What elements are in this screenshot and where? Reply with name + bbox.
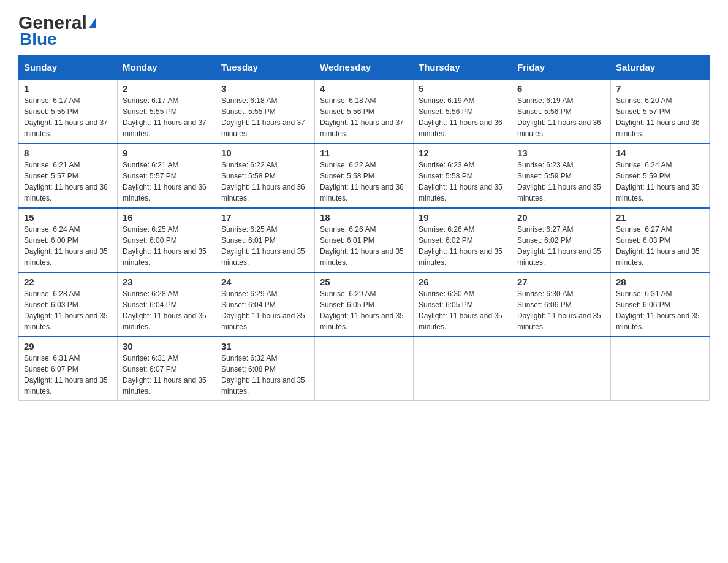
day-info: Sunrise: 6:25 AMSunset: 6:00 PMDaylight:… <box>123 225 207 267</box>
calendar-cell: 2 Sunrise: 6:17 AMSunset: 5:55 PMDayligh… <box>118 79 216 144</box>
calendar-cell <box>414 337 512 401</box>
day-number: 28 <box>616 277 704 287</box>
page-header: General Blue <box>18 12 710 49</box>
day-info: Sunrise: 6:25 AMSunset: 6:01 PMDaylight:… <box>221 225 305 267</box>
day-info: Sunrise: 6:24 AMSunset: 5:59 PMDaylight:… <box>616 161 700 202</box>
day-info: Sunrise: 6:27 AMSunset: 6:03 PMDaylight:… <box>616 225 700 267</box>
column-header-wednesday: Wednesday <box>315 56 414 80</box>
day-number: 18 <box>320 212 408 223</box>
day-number: 9 <box>123 148 211 158</box>
calendar-cell: 13 Sunrise: 6:23 AMSunset: 5:59 PMDaylig… <box>512 144 611 208</box>
day-info: Sunrise: 6:28 AMSunset: 6:03 PMDaylight:… <box>24 289 108 331</box>
calendar-cell: 27 Sunrise: 6:30 AMSunset: 6:06 PMDaylig… <box>512 272 611 337</box>
calendar-cell <box>512 337 611 401</box>
day-number: 5 <box>419 83 507 94</box>
day-number: 23 <box>123 277 211 287</box>
day-info: Sunrise: 6:21 AMSunset: 5:57 PMDaylight:… <box>24 161 108 202</box>
day-info: Sunrise: 6:28 AMSunset: 6:04 PMDaylight:… <box>123 289 207 331</box>
calendar-cell <box>611 337 710 401</box>
calendar-cell: 24 Sunrise: 6:29 AMSunset: 6:04 PMDaylig… <box>216 272 315 337</box>
day-number: 24 <box>221 277 309 287</box>
calendar-cell: 18 Sunrise: 6:26 AMSunset: 6:01 PMDaylig… <box>315 208 414 272</box>
logo: General Blue <box>18 12 96 49</box>
calendar-cell: 31 Sunrise: 6:32 AMSunset: 6:08 PMDaylig… <box>216 337 315 401</box>
calendar-cell: 20 Sunrise: 6:27 AMSunset: 6:02 PMDaylig… <box>512 208 611 272</box>
day-number: 2 <box>123 83 211 94</box>
day-info: Sunrise: 6:19 AMSunset: 5:56 PMDaylight:… <box>517 96 601 138</box>
day-number: 15 <box>24 212 112 223</box>
day-number: 1 <box>24 83 112 94</box>
day-info: Sunrise: 6:26 AMSunset: 6:02 PMDaylight:… <box>419 225 502 267</box>
calendar-cell: 15 Sunrise: 6:24 AMSunset: 6:00 PMDaylig… <box>19 208 118 272</box>
day-info: Sunrise: 6:17 AMSunset: 5:55 PMDaylight:… <box>24 96 108 138</box>
calendar-cell: 19 Sunrise: 6:26 AMSunset: 6:02 PMDaylig… <box>414 208 512 272</box>
day-number: 12 <box>419 148 507 158</box>
day-info: Sunrise: 6:30 AMSunset: 6:05 PMDaylight:… <box>419 289 502 331</box>
day-info: Sunrise: 6:31 AMSunset: 6:07 PMDaylight:… <box>123 354 207 396</box>
day-info: Sunrise: 6:29 AMSunset: 6:05 PMDaylight:… <box>320 289 404 331</box>
day-number: 10 <box>221 148 309 158</box>
day-info: Sunrise: 6:32 AMSunset: 6:08 PMDaylight:… <box>221 354 305 396</box>
day-number: 29 <box>24 341 112 351</box>
calendar-cell: 10 Sunrise: 6:22 AMSunset: 5:58 PMDaylig… <box>216 144 315 208</box>
day-info: Sunrise: 6:30 AMSunset: 6:06 PMDaylight:… <box>517 289 601 331</box>
day-info: Sunrise: 6:27 AMSunset: 6:02 PMDaylight:… <box>517 225 601 267</box>
day-number: 7 <box>616 83 704 94</box>
calendar-week-5: 29 Sunrise: 6:31 AMSunset: 6:07 PMDaylig… <box>19 337 710 401</box>
calendar-cell: 28 Sunrise: 6:31 AMSunset: 6:06 PMDaylig… <box>611 272 710 337</box>
day-info: Sunrise: 6:24 AMSunset: 6:00 PMDaylight:… <box>24 225 108 267</box>
calendar-cell: 21 Sunrise: 6:27 AMSunset: 6:03 PMDaylig… <box>611 208 710 272</box>
calendar-cell: 14 Sunrise: 6:24 AMSunset: 5:59 PMDaylig… <box>611 144 710 208</box>
day-number: 6 <box>517 83 605 94</box>
day-info: Sunrise: 6:22 AMSunset: 5:58 PMDaylight:… <box>320 161 404 202</box>
calendar-cell: 26 Sunrise: 6:30 AMSunset: 6:05 PMDaylig… <box>414 272 512 337</box>
calendar-cell: 22 Sunrise: 6:28 AMSunset: 6:03 PMDaylig… <box>19 272 118 337</box>
calendar-cell: 8 Sunrise: 6:21 AMSunset: 5:57 PMDayligh… <box>19 144 118 208</box>
day-number: 25 <box>320 277 408 287</box>
day-info: Sunrise: 6:18 AMSunset: 5:56 PMDaylight:… <box>320 96 404 138</box>
calendar-table: SundayMondayTuesdayWednesdayThursdayFrid… <box>18 55 710 401</box>
day-info: Sunrise: 6:29 AMSunset: 6:04 PMDaylight:… <box>221 289 305 331</box>
calendar-week-1: 1 Sunrise: 6:17 AMSunset: 5:55 PMDayligh… <box>19 79 710 144</box>
day-number: 4 <box>320 83 408 94</box>
calendar-cell: 17 Sunrise: 6:25 AMSunset: 6:01 PMDaylig… <box>216 208 315 272</box>
calendar-cell: 23 Sunrise: 6:28 AMSunset: 6:04 PMDaylig… <box>118 272 216 337</box>
calendar-cell: 16 Sunrise: 6:25 AMSunset: 6:00 PMDaylig… <box>118 208 216 272</box>
calendar-cell <box>315 337 414 401</box>
day-number: 16 <box>123 212 211 223</box>
calendar-header: SundayMondayTuesdayWednesdayThursdayFrid… <box>19 56 710 80</box>
calendar-cell: 7 Sunrise: 6:20 AMSunset: 5:57 PMDayligh… <box>611 79 710 144</box>
calendar-cell: 11 Sunrise: 6:22 AMSunset: 5:58 PMDaylig… <box>315 144 414 208</box>
calendar-cell: 12 Sunrise: 6:23 AMSunset: 5:58 PMDaylig… <box>414 144 512 208</box>
day-info: Sunrise: 6:23 AMSunset: 5:58 PMDaylight:… <box>419 161 502 202</box>
calendar-week-4: 22 Sunrise: 6:28 AMSunset: 6:03 PMDaylig… <box>19 272 710 337</box>
column-header-sunday: Sunday <box>19 56 118 80</box>
day-info: Sunrise: 6:19 AMSunset: 5:56 PMDaylight:… <box>419 96 502 138</box>
day-info: Sunrise: 6:17 AMSunset: 5:55 PMDaylight:… <box>123 96 207 138</box>
calendar-week-3: 15 Sunrise: 6:24 AMSunset: 6:00 PMDaylig… <box>19 208 710 272</box>
calendar-week-2: 8 Sunrise: 6:21 AMSunset: 5:57 PMDayligh… <box>19 144 710 208</box>
day-number: 30 <box>123 341 211 351</box>
column-header-thursday: Thursday <box>414 56 512 80</box>
day-number: 17 <box>221 212 309 223</box>
day-info: Sunrise: 6:31 AMSunset: 6:06 PMDaylight:… <box>616 289 700 331</box>
day-number: 13 <box>517 148 605 158</box>
calendar-cell: 25 Sunrise: 6:29 AMSunset: 6:05 PMDaylig… <box>315 272 414 337</box>
header-row: SundayMondayTuesdayWednesdayThursdayFrid… <box>19 56 710 80</box>
day-number: 19 <box>419 212 507 223</box>
logo-triangle-icon <box>89 17 96 28</box>
day-number: 26 <box>419 277 507 287</box>
day-number: 21 <box>616 212 704 223</box>
day-number: 8 <box>24 148 112 158</box>
day-info: Sunrise: 6:23 AMSunset: 5:59 PMDaylight:… <box>517 161 601 202</box>
calendar-body: 1 Sunrise: 6:17 AMSunset: 5:55 PMDayligh… <box>19 79 710 401</box>
column-header-tuesday: Tuesday <box>216 56 315 80</box>
calendar-cell: 3 Sunrise: 6:18 AMSunset: 5:55 PMDayligh… <box>216 79 315 144</box>
calendar-cell: 29 Sunrise: 6:31 AMSunset: 6:07 PMDaylig… <box>19 337 118 401</box>
day-info: Sunrise: 6:22 AMSunset: 5:58 PMDaylight:… <box>221 161 305 202</box>
day-info: Sunrise: 6:26 AMSunset: 6:01 PMDaylight:… <box>320 225 404 267</box>
logo-blue: Blue <box>18 29 57 49</box>
day-number: 22 <box>24 277 112 287</box>
calendar-cell: 9 Sunrise: 6:21 AMSunset: 5:57 PMDayligh… <box>118 144 216 208</box>
column-header-friday: Friday <box>512 56 611 80</box>
